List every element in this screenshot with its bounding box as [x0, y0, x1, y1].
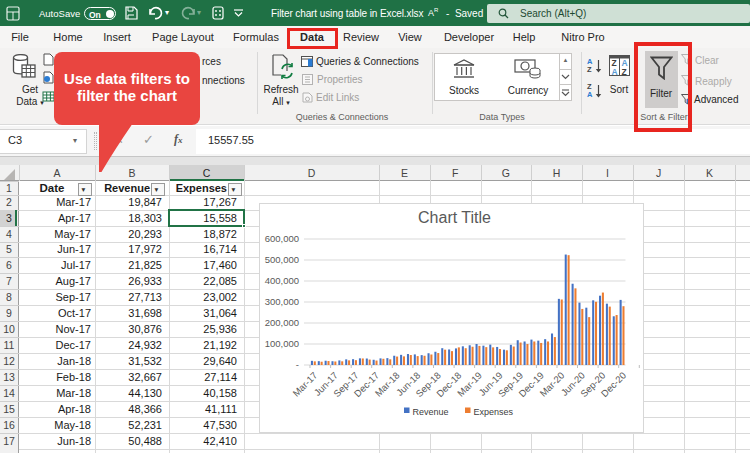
svg-text:Z: Z	[622, 67, 627, 77]
svg-text:-: -	[296, 359, 299, 370]
svg-text:A: A	[612, 67, 618, 77]
svg-text:200,000: 200,000	[265, 317, 299, 328]
svg-text:400,000: 400,000	[265, 275, 299, 286]
svg-text:300,000: 300,000	[265, 296, 299, 307]
svg-text:Expenses: Expenses	[474, 407, 514, 417]
svg-text:600,000: 600,000	[265, 233, 299, 244]
svg-text:Chart Title: Chart Title	[418, 209, 491, 226]
svg-text:500,000: 500,000	[265, 254, 299, 265]
svg-text:Revenue: Revenue	[413, 407, 449, 417]
svg-text:100,000: 100,000	[265, 338, 299, 349]
